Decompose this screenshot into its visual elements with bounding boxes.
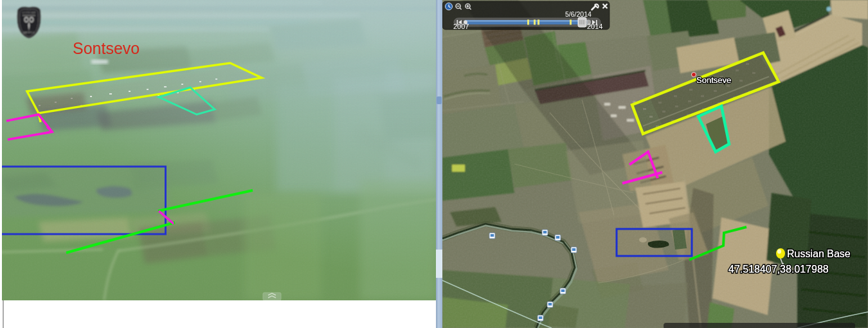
- svg-text:5/6/2014: 5/6/2014: [565, 10, 592, 18]
- svg-text:2007: 2007: [453, 23, 469, 30]
- svg-text:2014: 2014: [587, 23, 602, 30]
- svg-text:Russian Base: Russian Base: [787, 248, 851, 259]
- svg-text:ШТУРМОВИЙ: ШТУРМОВИЙ: [23, 12, 37, 14]
- svg-text:47.518407,38.017988: 47.518407,38.017988: [728, 264, 829, 275]
- svg-text:Sontseve: Sontseve: [696, 75, 731, 85]
- svg-text:ДНІПРО-1: ДНІПРО-1: [23, 32, 35, 34]
- svg-text:Sontsevo: Sontsevo: [73, 39, 140, 57]
